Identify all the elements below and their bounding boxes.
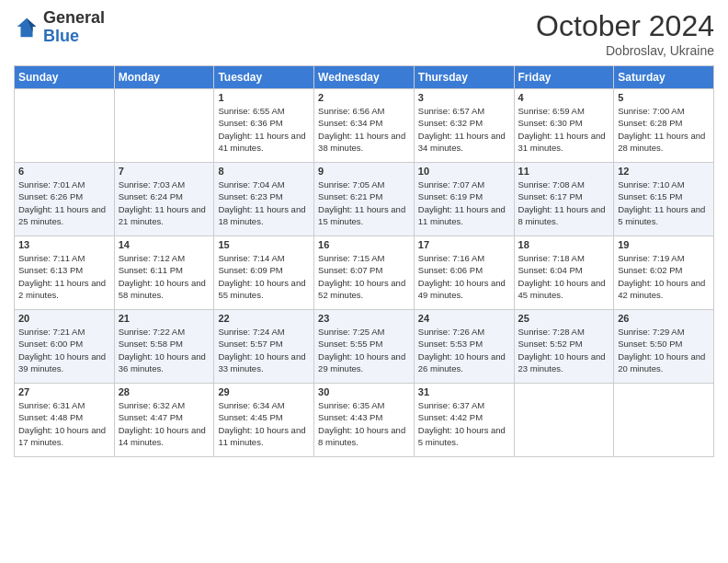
day-info: Sunrise: 7:16 AMSunset: 6:06 PMDaylight:… [418, 252, 510, 301]
day-info: Sunrise: 7:01 AMSunset: 6:26 PMDaylight:… [18, 178, 110, 227]
logo: General Blue [14, 9, 105, 46]
calendar-cell: 1Sunrise: 6:55 AMSunset: 6:36 PMDaylight… [214, 89, 314, 163]
weekday-header-monday: Monday [114, 66, 214, 89]
calendar-cell: 5Sunrise: 7:00 AMSunset: 6:28 PMDaylight… [614, 89, 714, 163]
day-number: 25 [518, 313, 610, 324]
day-number: 5 [618, 92, 710, 103]
day-number: 12 [618, 166, 710, 177]
day-info: Sunrise: 7:21 AMSunset: 6:00 PMDaylight:… [18, 326, 110, 374]
calendar-cell: 16Sunrise: 7:15 AMSunset: 6:07 PMDayligh… [314, 236, 415, 310]
day-info: Sunrise: 7:03 AMSunset: 6:24 PMDaylight:… [119, 178, 210, 227]
calendar-cell: 14Sunrise: 7:12 AMSunset: 6:11 PMDayligh… [114, 236, 214, 310]
day-number: 11 [518, 166, 610, 177]
weekday-header-friday: Friday [514, 66, 614, 89]
calendar-cell: 28Sunrise: 6:32 AMSunset: 4:47 PMDayligh… [114, 384, 214, 457]
calendar-cell: 6Sunrise: 7:01 AMSunset: 6:26 PMDaylight… [15, 163, 115, 236]
calendar-cell: 29Sunrise: 6:34 AMSunset: 4:45 PMDayligh… [214, 384, 314, 457]
day-number: 4 [518, 92, 610, 103]
day-number: 22 [218, 313, 310, 324]
calendar-week-row: 27Sunrise: 6:31 AMSunset: 4:48 PMDayligh… [15, 384, 714, 457]
day-number: 2 [318, 92, 410, 103]
day-number: 23 [318, 313, 410, 324]
day-number: 8 [218, 166, 310, 177]
calendar-week-row: 20Sunrise: 7:21 AMSunset: 6:00 PMDayligh… [15, 310, 714, 384]
calendar-cell: 9Sunrise: 7:05 AMSunset: 6:21 PMDaylight… [314, 163, 415, 236]
calendar-cell: 2Sunrise: 6:56 AMSunset: 6:34 PMDaylight… [314, 89, 415, 163]
calendar-table: SundayMondayTuesdayWednesdayThursdayFrid… [14, 65, 714, 457]
day-info: Sunrise: 6:37 AMSunset: 4:42 PMDaylight:… [418, 399, 510, 448]
day-info: Sunrise: 7:29 AMSunset: 5:50 PMDaylight:… [618, 326, 710, 374]
logo-text: General Blue [43, 9, 105, 46]
day-info: Sunrise: 6:55 AMSunset: 6:36 PMDaylight:… [218, 105, 310, 154]
weekday-header-saturday: Saturday [614, 66, 714, 89]
day-info: Sunrise: 7:28 AMSunset: 5:52 PMDaylight:… [518, 326, 610, 374]
calendar-cell: 23Sunrise: 7:25 AMSunset: 5:55 PMDayligh… [314, 310, 415, 384]
day-number: 15 [218, 239, 310, 250]
calendar-week-row: 1Sunrise: 6:55 AMSunset: 6:36 PMDaylight… [15, 89, 714, 163]
calendar-cell: 30Sunrise: 6:35 AMSunset: 4:43 PMDayligh… [314, 384, 415, 457]
logo-icon [14, 15, 40, 40]
day-info: Sunrise: 7:11 AMSunset: 6:13 PMDaylight:… [18, 252, 110, 301]
calendar-cell: 20Sunrise: 7:21 AMSunset: 6:00 PMDayligh… [15, 310, 115, 384]
calendar-cell: 21Sunrise: 7:22 AMSunset: 5:58 PMDayligh… [114, 310, 214, 384]
day-info: Sunrise: 6:56 AMSunset: 6:34 PMDaylight:… [318, 105, 410, 154]
day-number: 6 [18, 166, 110, 177]
day-number: 19 [618, 239, 710, 250]
day-info: Sunrise: 6:59 AMSunset: 6:30 PMDaylight:… [518, 105, 610, 154]
day-number: 20 [18, 313, 110, 324]
title-block: October 2024 Dobroslav, Ukraine [536, 9, 714, 58]
day-info: Sunrise: 6:57 AMSunset: 6:32 PMDaylight:… [418, 105, 510, 154]
day-info: Sunrise: 7:04 AMSunset: 6:23 PMDaylight:… [218, 178, 310, 227]
day-info: Sunrise: 7:26 AMSunset: 5:53 PMDaylight:… [418, 326, 510, 374]
calendar-cell: 13Sunrise: 7:11 AMSunset: 6:13 PMDayligh… [15, 236, 115, 310]
calendar-cell: 24Sunrise: 7:26 AMSunset: 5:53 PMDayligh… [414, 310, 514, 384]
day-number: 30 [318, 386, 410, 397]
day-number: 24 [418, 313, 510, 324]
calendar-cell: 10Sunrise: 7:07 AMSunset: 6:19 PMDayligh… [414, 163, 514, 236]
calendar-cell: 27Sunrise: 6:31 AMSunset: 4:48 PMDayligh… [15, 384, 115, 457]
day-info: Sunrise: 7:08 AMSunset: 6:17 PMDaylight:… [518, 178, 610, 227]
calendar-cell: 25Sunrise: 7:28 AMSunset: 5:52 PMDayligh… [514, 310, 614, 384]
calendar-cell [114, 89, 214, 163]
day-info: Sunrise: 7:25 AMSunset: 5:55 PMDaylight:… [318, 326, 410, 374]
calendar-week-row: 13Sunrise: 7:11 AMSunset: 6:13 PMDayligh… [15, 236, 714, 310]
day-info: Sunrise: 7:19 AMSunset: 6:02 PMDaylight:… [618, 252, 710, 301]
calendar-cell [514, 384, 614, 457]
calendar-cell: 31Sunrise: 6:37 AMSunset: 4:42 PMDayligh… [414, 384, 514, 457]
day-info: Sunrise: 7:14 AMSunset: 6:09 PMDaylight:… [218, 252, 310, 301]
weekday-header-thursday: Thursday [414, 66, 514, 89]
day-info: Sunrise: 7:18 AMSunset: 6:04 PMDaylight:… [518, 252, 610, 301]
day-number: 18 [518, 239, 610, 250]
calendar-cell: 8Sunrise: 7:04 AMSunset: 6:23 PMDaylight… [214, 163, 314, 236]
calendar-cell: 3Sunrise: 6:57 AMSunset: 6:32 PMDaylight… [414, 89, 514, 163]
calendar-cell: 19Sunrise: 7:19 AMSunset: 6:02 PMDayligh… [614, 236, 714, 310]
calendar-cell: 4Sunrise: 6:59 AMSunset: 6:30 PMDaylight… [514, 89, 614, 163]
calendar-cell: 22Sunrise: 7:24 AMSunset: 5:57 PMDayligh… [214, 310, 314, 384]
calendar-cell: 26Sunrise: 7:29 AMSunset: 5:50 PMDayligh… [614, 310, 714, 384]
day-number: 7 [119, 166, 210, 177]
calendar-page: General Blue October 2024 Dobroslav, Ukr… [0, 0, 728, 563]
day-info: Sunrise: 7:22 AMSunset: 5:58 PMDaylight:… [119, 326, 210, 374]
calendar-cell: 7Sunrise: 7:03 AMSunset: 6:24 PMDaylight… [114, 163, 214, 236]
day-info: Sunrise: 6:32 AMSunset: 4:47 PMDaylight:… [119, 399, 210, 448]
weekday-header-tuesday: Tuesday [214, 66, 314, 89]
day-number: 28 [119, 386, 210, 397]
header: General Blue October 2024 Dobroslav, Ukr… [14, 9, 714, 58]
day-info: Sunrise: 7:12 AMSunset: 6:11 PMDaylight:… [119, 252, 210, 301]
day-number: 27 [18, 386, 110, 397]
day-info: Sunrise: 7:07 AMSunset: 6:19 PMDaylight:… [418, 178, 510, 227]
day-number: 10 [418, 166, 510, 177]
calendar-cell [15, 89, 115, 163]
logo-blue: Blue [43, 27, 79, 45]
day-number: 1 [218, 92, 310, 103]
day-info: Sunrise: 7:15 AMSunset: 6:07 PMDaylight:… [318, 252, 410, 301]
calendar-cell: 12Sunrise: 7:10 AMSunset: 6:15 PMDayligh… [614, 163, 714, 236]
svg-marker-0 [17, 18, 37, 38]
day-number: 13 [18, 239, 110, 250]
logo-general: General [43, 8, 105, 27]
calendar-week-row: 6Sunrise: 7:01 AMSunset: 6:26 PMDaylight… [15, 163, 714, 236]
day-number: 21 [119, 313, 210, 324]
calendar-cell: 15Sunrise: 7:14 AMSunset: 6:09 PMDayligh… [214, 236, 314, 310]
day-info: Sunrise: 7:05 AMSunset: 6:21 PMDaylight:… [318, 178, 410, 227]
day-info: Sunrise: 7:24 AMSunset: 5:57 PMDaylight:… [218, 326, 310, 374]
